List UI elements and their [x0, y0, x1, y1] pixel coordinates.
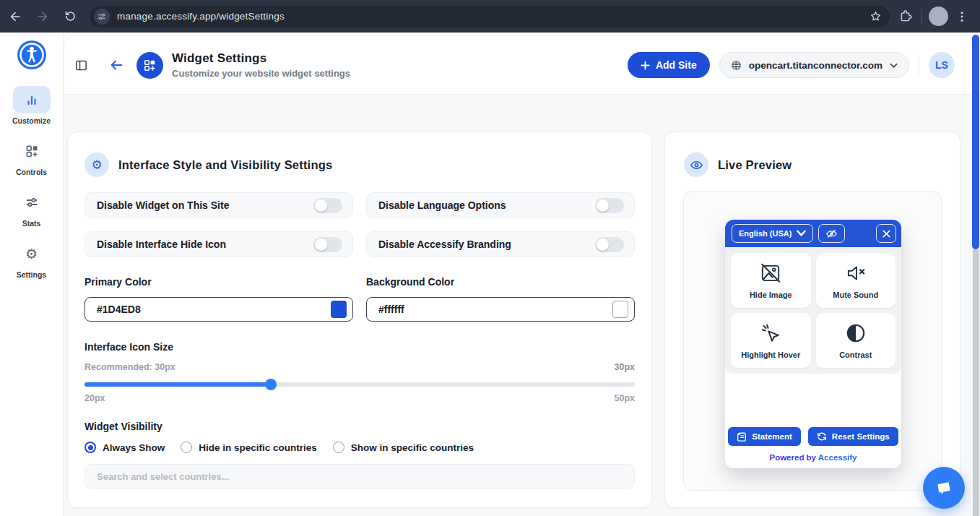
hide-widget-button[interactable]: [818, 224, 845, 243]
statement-label: Statement: [752, 432, 792, 441]
scrollbar-track[interactable]: [973, 249, 979, 516]
tile-label: Highlight Hover: [741, 351, 800, 359]
user-avatar[interactable]: LS: [929, 52, 955, 78]
toggle-row-disable-widget: Disable Widget on This Site: [84, 192, 353, 218]
site-selector-dropdown[interactable]: opencart.titanconnector.com: [719, 52, 909, 78]
radio-dot: [84, 442, 96, 453]
sidebar: Customize Controls Stats ⚙ Settings: [0, 33, 64, 516]
icon-size-current: 30px: [615, 362, 636, 372]
sidebar-item-label: Controls: [16, 168, 47, 176]
sliders-icon: [13, 189, 51, 216]
primary-color-value: #1D4ED8: [97, 304, 331, 315]
widget-settings-icon: [136, 52, 163, 79]
sidebar-item-label: Customize: [12, 116, 51, 125]
radio-label: Always Show: [103, 442, 165, 453]
gear-icon: ⚙: [13, 240, 51, 267]
browser-menu-icon[interactable]: [955, 10, 968, 23]
eye-off-icon: [825, 228, 838, 239]
primary-color-label: Primary Color: [84, 276, 353, 288]
disable-widget-toggle[interactable]: [313, 198, 342, 213]
statement-button[interactable]: Statement: [728, 427, 801, 446]
powered-by-link[interactable]: Powered by Accessify: [725, 453, 901, 462]
radio-label: Hide in specific countries: [199, 442, 317, 453]
tile-contrast[interactable]: Contrast: [816, 313, 896, 368]
language-dropdown[interactable]: English (USA): [732, 224, 813, 243]
forward-arrow-icon: [35, 9, 50, 24]
disable-branding-toggle[interactable]: [595, 237, 624, 252]
country-search-input[interactable]: [84, 464, 635, 489]
settings-gear-icon: ⚙: [84, 152, 109, 177]
interface-settings-card: ⚙ Interface Style and Visibility Setting…: [67, 132, 652, 508]
statement-icon: [737, 431, 747, 442]
sidebar-item-customize[interactable]: Customize: [0, 86, 63, 125]
reset-settings-button[interactable]: Reset Settings: [808, 427, 898, 446]
background-color-swatch[interactable]: [612, 301, 628, 318]
sidebar-toggle-button[interactable]: [74, 59, 88, 72]
radio-hide-in-countries[interactable]: Hide in specific countries: [181, 442, 317, 453]
slider-thumb[interactable]: [265, 379, 277, 390]
sidebar-item-settings[interactable]: ⚙ Settings: [0, 240, 63, 279]
sidebar-item-stats[interactable]: Stats: [0, 189, 63, 228]
chevron-down-icon: [889, 61, 898, 70]
language-label: English (USA): [739, 229, 792, 238]
bookmark-star-icon[interactable]: [869, 9, 883, 23]
header-divider: [919, 56, 919, 74]
disable-language-toggle[interactable]: [595, 198, 624, 213]
page-title: Widget Settings: [172, 51, 350, 66]
background-color-label: Background Color: [366, 276, 635, 288]
browser-chrome: manage.accessify.app/widgetSettings: [0, 0, 980, 33]
tile-highlight-hover[interactable]: Highlight Hover: [731, 313, 811, 368]
plus-icon: [641, 61, 650, 70]
brand-text: Accessify: [818, 453, 857, 462]
primary-color-field[interactable]: #1D4ED8: [84, 297, 353, 322]
scrollbar-thumb[interactable]: [972, 35, 979, 249]
close-widget-button[interactable]: [876, 224, 896, 243]
tile-mute-sound[interactable]: Mute Sound: [816, 253, 896, 308]
tile-label: Hide Image: [750, 291, 792, 299]
highlight-hover-icon: [759, 322, 782, 345]
bar-chart-icon: [13, 86, 51, 113]
tile-label: Mute Sound: [833, 291, 878, 299]
icon-size-slider[interactable]: [84, 379, 635, 390]
chat-bubble-icon: [934, 478, 954, 498]
back-button[interactable]: [108, 57, 124, 73]
background-color-field[interactable]: #ffffff: [366, 297, 635, 322]
toggle-label: Disable Language Options: [378, 199, 595, 211]
primary-color-swatch[interactable]: [331, 301, 347, 318]
reset-settings-label: Reset Settings: [832, 432, 890, 441]
widget-tiles: Hide Image Mute Sound Highlight Hover: [725, 247, 901, 374]
browser-forward-button[interactable]: [30, 4, 55, 29]
toggle-label: Disable Accessify Branding: [378, 238, 595, 250]
accessify-logo[interactable]: [17, 40, 47, 70]
main-content: ⚙ Interface Style and Visibility Setting…: [64, 95, 980, 516]
site-domain: opencart.titanconnector.com: [749, 60, 883, 71]
page-subtitle: Customize your website widget settings: [172, 68, 350, 79]
icon-size-min: 20px: [84, 393, 105, 403]
sidebar-item-controls[interactable]: Controls: [0, 137, 63, 176]
page-header: Widget Settings Customize your website w…: [64, 35, 972, 95]
eye-icon: [684, 152, 708, 177]
disable-hide-icon-toggle[interactable]: [313, 237, 342, 252]
toggle-row-disable-hide-icon: Disable Interface Hide Icon: [84, 231, 353, 257]
add-site-button[interactable]: Add Site: [628, 52, 710, 78]
mute-sound-icon: [844, 262, 867, 285]
widgets-icon: [13, 137, 51, 165]
radio-show-in-countries[interactable]: Show in specific countries: [333, 442, 474, 453]
browser-reload-button[interactable]: [58, 4, 82, 29]
icon-size-max: 50px: [615, 393, 636, 403]
radio-always-show[interactable]: Always Show: [84, 442, 165, 453]
extensions-icon[interactable]: [898, 9, 914, 24]
radio-dot: [181, 442, 192, 453]
radio-dot: [333, 442, 344, 453]
preview-area: English (USA) Hide Image: [683, 191, 942, 491]
chat-fab-button[interactable]: [923, 467, 965, 509]
tile-hide-image[interactable]: Hide Image: [731, 253, 811, 308]
url-bar[interactable]: manage.accessify.app/widgetSettings: [90, 6, 890, 27]
accessibility-widget-preview: English (USA) Hide Image: [725, 220, 901, 468]
hide-image-icon: [759, 262, 782, 285]
site-info-icon[interactable]: [94, 9, 110, 25]
browser-back-button[interactable]: [3, 4, 27, 29]
preview-card-title: Live Preview: [718, 158, 792, 172]
page-scrollbar[interactable]: [972, 33, 979, 516]
browser-profile-avatar[interactable]: [929, 7, 948, 26]
